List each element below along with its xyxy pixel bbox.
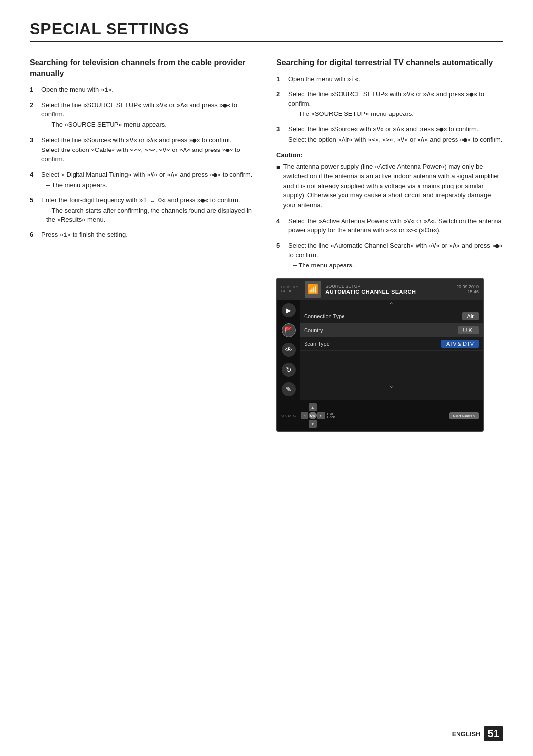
dpad-left-icon[interactable]: ◄ [301,412,308,419]
tv-sidebar-icon-play: ▶ [282,303,296,317]
dpad-up-icon[interactable]: ▲ [309,403,317,411]
caution-label: Caution: [276,151,503,159]
table-row: 2 Select the line »SOURCE SETUP« with »V… [30,101,257,131]
tv-header: COMFORTGUIDE 📶 SOURCE SETUP AUTOMATIC CH… [277,279,483,300]
page-footer: ENGLISH 51 [452,726,503,741]
tv-header-info: SOURCE SETUP AUTOMATIC CHANNEL SEARCH [325,284,453,295]
tv-menu-row-country: Country U.K. [300,323,483,337]
tv-country-value: U.K. [458,326,479,334]
tv-sidebar-icon-eye: 👁 [282,343,296,357]
caution-block: Caution: ■ The antenna power supply (lin… [276,151,503,210]
table-row: 6 Press »i« to finish the setting. [30,230,257,241]
step-text: Select the line »Source« with »V« or »Ʌ«… [41,136,257,166]
left-steps-list: 1 Open the menu with »i«. 2 Select the l… [30,85,257,241]
tv-connection-type-label: Connection Type [304,313,462,319]
table-row: 5 Enter the four-digit frequency with »1… [30,196,257,226]
caution-bullet-icon: ■ [276,162,280,172]
back-label: Back [327,416,335,419]
tv-main-title: AUTOMATIC CHANNEL SEARCH [325,289,453,295]
tv-sidebar-icon-refresh: ↻ [282,363,296,377]
dpad-down-icon[interactable]: ▼ [309,420,317,428]
tv-footer-labels: Exit Back [327,412,335,419]
tv-empty-space [300,351,483,380]
tv-footer: UNDIG ▲ ◄ OK ► ▼ [277,400,483,431]
step-number: 3 [30,136,38,166]
tv-chevron-up: ⌃ [300,300,483,309]
tv-menu-row-connection: Connection Type Air [300,309,483,323]
step-number: 2 [30,101,38,131]
step-text: Select the »Active Antenna Power« with »… [288,217,503,236]
table-row: 4 Select the »Active Antenna Power« with… [276,217,503,236]
tv-country-label: Country [304,327,458,333]
right-steps-continued: 4 Select the »Active Antenna Power« with… [276,217,503,271]
step-text: Select the line »SOURCE SETUP« with »V« … [288,90,503,120]
tv-dpad-area: ▲ ◄ OK ► ▼ Exit Back [301,403,335,428]
tv-sidebar-icon-tools: ✎ [282,382,296,396]
table-row: 4 Select » Digital Manual Tuning« with »… [30,170,257,191]
table-row: 3 Select the line »Source« with »V« or »… [276,125,503,146]
step-text: Open the menu with »i«. [41,85,257,96]
right-steps-list: 1 Open the menu with »i«. 2 Select the l… [276,75,503,146]
table-row: 5 Select the line »Automatic Channel Sea… [276,241,503,271]
comfort-guide-label: COMFORTGUIDE [281,285,299,294]
page-number: 51 [484,726,503,741]
table-row: 1 Open the menu with »i«. [30,85,257,96]
step-number: 4 [30,170,38,191]
page-title: SPECIAL SETTINGS [30,20,503,42]
step-number: 1 [276,75,285,85]
tv-connection-type-value: Air [462,312,479,320]
dpad-ok-icon[interactable]: OK [309,412,317,419]
step-text: Select » Digital Manual Tuning« with »V«… [41,170,257,191]
main-content: Searching for television channels from t… [30,57,503,432]
chevron-up-icon: ⌃ [389,302,394,308]
tv-sidebar: ▶ 🚩 👁 ↻ ✎ [277,300,300,400]
caution-text: ■ The antenna power supply (line »Active… [276,162,503,210]
dpad-right-icon[interactable]: ► [317,412,325,419]
left-section-heading: Searching for television channels from t… [30,57,257,78]
step-number: 5 [276,241,285,271]
tv-sidebar-icon-settings: 🚩 [282,323,296,337]
left-column: Searching for television channels from t… [30,57,257,432]
tv-chevron-down: ⌄ [300,380,483,390]
table-row: 1 Open the menu with »i«. [276,75,503,85]
step-text: Select the line »Automatic Channel Searc… [288,241,503,271]
tv-scan-type-value: ATV & DTV [441,340,479,348]
tv-footer-controls: ▲ ◄ OK ► ▼ Exit Back [301,403,335,428]
tv-body: ▶ 🚩 👁 ↻ ✎ ⌃ Connection Type Air [277,300,483,400]
tv-dpad: ▲ ◄ OK ► ▼ [301,403,325,428]
tv-screen: COMFORTGUIDE 📶 SOURCE SETUP AUTOMATIC CH… [276,278,484,432]
tv-scan-type-label: Scan Type [304,341,441,347]
step-text: Press »i« to finish the setting. [41,230,257,241]
tv-datetime: 20.09.201015:46 [457,284,479,294]
step-text: Select the line »Source« with »V« or »Ʌ«… [288,125,503,146]
step-text: Select the line »SOURCE SETUP« with »V« … [41,101,257,131]
step-number: 5 [30,196,38,226]
start-search-button[interactable]: Start Search [449,412,479,419]
tv-source-setup-label: SOURCE SETUP [325,284,453,289]
step-number: 4 [276,217,285,236]
right-section-heading: Searching for digital terrestrial TV cha… [276,57,503,68]
tv-header-icon: 📶 [305,281,321,298]
step-number: 3 [276,125,285,146]
tv-menu-row-scan: Scan Type ATV & DTV [300,337,483,351]
tv-content-area: ⌃ Connection Type Air Country U.K. Scan … [300,300,483,400]
language-label: ENGLISH [452,730,481,738]
table-row: 2 Select the line »SOURCE SETUP« with »V… [276,90,503,120]
table-row: 3 Select the line »Source« with »V« or »… [30,136,257,166]
chevron-down-icon: ⌄ [389,382,394,389]
step-text: Enter the four-digit frequency with »1 …… [41,196,257,226]
step-number: 6 [30,230,38,241]
step-number: 1 [30,85,38,96]
step-number: 2 [276,90,285,120]
right-column: Searching for digital terrestrial TV cha… [276,57,503,432]
exit-label: Exit [327,412,335,416]
step-text: Open the menu with »i«. [288,75,503,85]
tv-logo: UNDIG [281,414,297,418]
